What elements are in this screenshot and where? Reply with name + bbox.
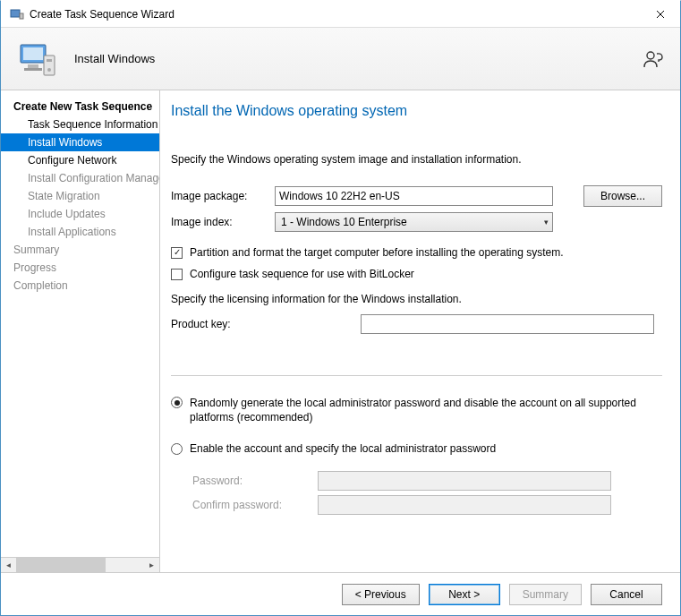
sidebar: Create New Task SequenceTask Sequence In… xyxy=(1,90,160,572)
image-package-field[interactable] xyxy=(275,186,553,206)
radio-random-password[interactable] xyxy=(171,397,183,408)
svg-rect-5 xyxy=(24,68,42,71)
user-help-icon[interactable] xyxy=(643,48,664,70)
intro-text: Specify the Windows operating system ima… xyxy=(171,153,662,166)
window-title: Create Task Sequence Wizard xyxy=(30,8,641,21)
svg-rect-0 xyxy=(11,10,20,17)
partition-checkbox-label: Partition and format the target computer… xyxy=(190,246,564,259)
titlebar: Create Task Sequence Wizard xyxy=(1,1,680,28)
bitlocker-checkbox-label: Configure task sequence for use with Bit… xyxy=(190,268,414,280)
radio-random-label: Randomly generate the local administrato… xyxy=(190,396,662,424)
sidebar-step-8[interactable]: Summary xyxy=(1,241,159,259)
scroll-right-button[interactable]: ► xyxy=(144,558,159,572)
sidebar-step-10[interactable]: Completion xyxy=(1,277,159,295)
sidebar-step-3[interactable]: Configure Network xyxy=(1,151,159,169)
svg-point-8 xyxy=(47,68,51,72)
svg-rect-4 xyxy=(28,64,38,68)
previous-button[interactable]: < Previous xyxy=(342,584,420,605)
license-intro: Specify the licensing information for th… xyxy=(171,293,662,305)
sidebar-step-9[interactable]: Progress xyxy=(1,259,159,277)
sidebar-horizontal-scrollbar[interactable]: ◄ ► xyxy=(1,557,159,572)
image-index-label: Image index: xyxy=(171,216,269,228)
content-pane: Install the Windows operating system Spe… xyxy=(160,90,680,572)
next-button[interactable]: Next > xyxy=(429,584,500,605)
footer: < Previous Next > Summary Cancel xyxy=(1,572,680,615)
cancel-button[interactable]: Cancel xyxy=(591,584,662,605)
image-index-select[interactable]: 1 - Windows 10 Enterprise ▾ xyxy=(275,212,553,232)
svg-rect-7 xyxy=(47,59,52,62)
separator xyxy=(171,375,662,376)
page-heading: Install the Windows operating system xyxy=(171,103,662,119)
partition-checkbox[interactable]: ✓ xyxy=(171,247,183,259)
sidebar-step-4[interactable]: Install Configuration Manager xyxy=(1,169,159,187)
wizard-icon xyxy=(17,38,60,81)
bitlocker-checkbox[interactable] xyxy=(171,269,183,280)
svg-rect-6 xyxy=(44,56,55,75)
header-band: Install Windows xyxy=(1,28,680,90)
scroll-left-button[interactable]: ◄ xyxy=(1,558,16,572)
sidebar-step-5[interactable]: State Migration xyxy=(1,187,159,205)
image-index-value: 1 - Windows 10 Enterprise xyxy=(281,216,407,228)
radio-enable-label: Enable the account and specify the local… xyxy=(190,442,496,455)
confirm-password-label: Confirm password: xyxy=(192,499,318,511)
password-label: Password: xyxy=(192,475,318,487)
header-title: Install Windows xyxy=(74,52,155,65)
product-key-field[interactable] xyxy=(361,314,654,334)
app-icon xyxy=(10,7,24,21)
sidebar-step-2[interactable]: Install Windows xyxy=(1,133,159,151)
browse-button[interactable]: Browse... xyxy=(583,185,662,207)
summary-button[interactable]: Summary xyxy=(509,584,582,605)
radio-enable-account[interactable] xyxy=(171,443,183,455)
sidebar-step-0[interactable]: Create New Task Sequence xyxy=(1,98,159,116)
sidebar-step-7[interactable]: Install Applications xyxy=(1,223,159,241)
chevron-down-icon: ▾ xyxy=(544,218,549,227)
close-button[interactable] xyxy=(641,1,680,28)
svg-rect-3 xyxy=(23,47,43,60)
image-package-label: Image package: xyxy=(171,190,269,202)
svg-point-9 xyxy=(647,52,654,59)
svg-rect-1 xyxy=(20,13,23,19)
scroll-thumb[interactable] xyxy=(16,558,106,572)
sidebar-step-6[interactable]: Include Updates xyxy=(1,205,159,223)
password-field xyxy=(318,471,611,491)
product-key-label: Product key: xyxy=(171,318,355,330)
wizard-window: Create Task Sequence Wizard Install Wind… xyxy=(0,0,681,616)
sidebar-step-1[interactable]: Task Sequence Information xyxy=(1,116,159,133)
confirm-password-field xyxy=(318,495,611,515)
